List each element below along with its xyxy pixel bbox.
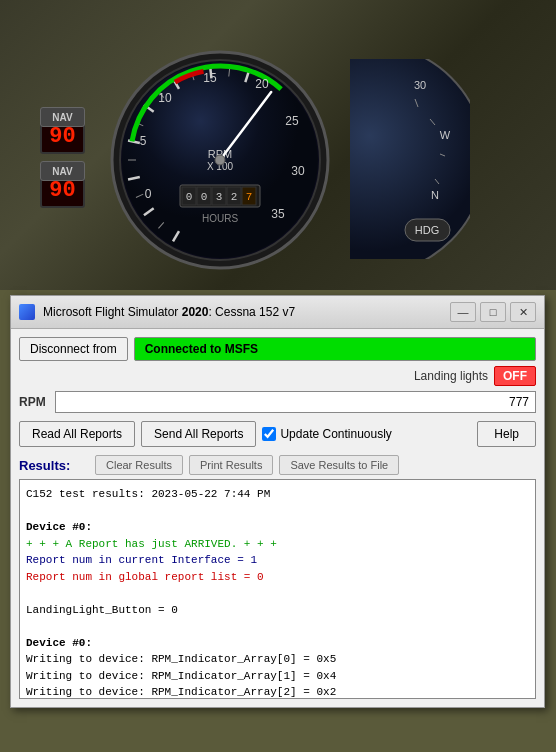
nav-button-2[interactable]: NAV <box>40 161 85 181</box>
svg-text:15: 15 <box>203 71 217 85</box>
dialog-titlebar: Microsoft Flight Simulator 2020: Cessna … <box>11 296 544 329</box>
results-line: Writing to device: RPM_Indicator_Array[2… <box>26 684 529 699</box>
results-line: + + + A Report has just ARRIVED. + + + <box>26 536 529 553</box>
svg-text:0: 0 <box>186 191 193 203</box>
help-button[interactable]: Help <box>477 421 536 447</box>
maximize-button[interactable]: □ <box>480 302 506 322</box>
svg-text:2: 2 <box>231 191 238 203</box>
compass-gauge-area: 30 W N HDG <box>350 59 470 262</box>
minimize-button[interactable]: — <box>450 302 476 322</box>
send-all-reports-button[interactable]: Send All Reports <box>141 421 256 447</box>
svg-text:HDG: HDG <box>415 224 439 236</box>
close-button[interactable]: ✕ <box>510 302 536 322</box>
svg-text:30: 30 <box>414 79 426 91</box>
results-line: Writing to device: RPM_Indicator_Array[0… <box>26 651 529 668</box>
svg-point-41 <box>215 155 225 165</box>
svg-text:W: W <box>440 129 451 141</box>
landing-lights-label: Landing lights <box>414 369 488 383</box>
nav-block-2: 90 NAV <box>40 173 85 181</box>
results-label: Results: <box>19 458 89 473</box>
svg-text:0: 0 <box>201 191 208 203</box>
svg-text:0: 0 <box>145 187 152 201</box>
svg-text:3: 3 <box>216 191 223 203</box>
results-header-row: Results: Clear Results Print Results Sav… <box>19 455 536 475</box>
connection-status: Connected to MSFS <box>134 337 536 361</box>
title-app: Microsoft Flight Simulator <box>43 305 182 319</box>
svg-text:25: 25 <box>285 114 299 128</box>
svg-text:HOURS: HOURS <box>202 213 238 224</box>
svg-text:N: N <box>431 189 439 201</box>
results-line: Report num in global report list = 0 <box>26 569 529 586</box>
svg-text:30: 30 <box>291 164 305 178</box>
update-continuously-area: Update Continuously <box>262 427 471 441</box>
results-line: C152 test results: 2023-05-22 7:44 PM <box>26 486 529 503</box>
results-line <box>26 618 529 635</box>
clear-results-button[interactable]: Clear Results <box>95 455 183 475</box>
rpm-field-label: RPM <box>19 395 49 409</box>
results-line: LandingLight_Button = 0 <box>26 602 529 619</box>
read-all-reports-button[interactable]: Read All Reports <box>19 421 135 447</box>
connection-row: Disconnect from Connected to MSFS <box>19 337 536 361</box>
svg-text:10: 10 <box>158 91 172 105</box>
title-rest: : Cessna 152 v7 <box>208 305 295 319</box>
left-panel: 90 NAV 90 NAV <box>40 119 85 181</box>
nav-button-1[interactable]: NAV <box>40 107 85 127</box>
rpm-row: RPM <box>19 391 536 413</box>
landing-lights-status[interactable]: OFF <box>494 366 536 386</box>
landing-lights-row: Landing lights OFF <box>19 366 536 386</box>
window-controls: — □ ✕ <box>450 302 536 322</box>
results-line <box>26 585 529 602</box>
results-line: Device #0: <box>26 635 529 652</box>
app-icon <box>19 304 35 320</box>
dialog-window: Microsoft Flight Simulator 2020: Cessna … <box>10 295 545 708</box>
update-continuously-label: Update Continuously <box>280 427 391 441</box>
results-line: Report num in current Interface = 1 <box>26 552 529 569</box>
nav-block-1: 90 NAV <box>40 119 85 127</box>
update-continuously-checkbox[interactable] <box>262 427 276 441</box>
title-year: 2020 <box>182 305 209 319</box>
svg-text:7: 7 <box>246 191 253 203</box>
disconnect-button[interactable]: Disconnect from <box>19 337 128 361</box>
results-area[interactable]: C152 test results: 2023-05-22 7:44 PM De… <box>19 479 536 699</box>
print-results-button[interactable]: Print Results <box>189 455 273 475</box>
svg-text:35: 35 <box>271 207 285 221</box>
results-line <box>26 503 529 520</box>
results-line: Device #0: <box>26 519 529 536</box>
save-results-button[interactable]: Save Results to File <box>279 455 399 475</box>
dialog-body: Disconnect from Connected to MSFS Landin… <box>11 329 544 707</box>
action-buttons-row: Read All Reports Send All Reports Update… <box>19 421 536 447</box>
rpm-gauge: 0 5 10 15 20 25 30 35 RPM X 100 <box>110 50 330 270</box>
svg-text:20: 20 <box>255 77 269 91</box>
rpm-input[interactable] <box>55 391 536 413</box>
results-line: Writing to device: RPM_Indicator_Array[1… <box>26 668 529 685</box>
gauges-area: 90 NAV 90 NAV <box>0 0 556 290</box>
svg-text:5: 5 <box>140 134 147 148</box>
cockpit-background: 90 NAV 90 NAV <box>0 0 556 290</box>
dialog-title: Microsoft Flight Simulator 2020: Cessna … <box>43 305 442 319</box>
